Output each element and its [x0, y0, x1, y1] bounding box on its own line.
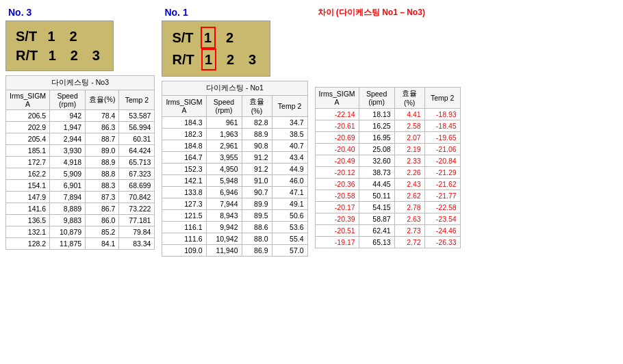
- table-cell: 205.4: [6, 133, 50, 145]
- table-cell: 133.8: [162, 187, 206, 198]
- section-diff-title: 차이 (다이케스팅 No1 – No3): [315, 7, 425, 18]
- table-cell: -20.17: [315, 202, 359, 213]
- table-cell: 38.5: [272, 129, 307, 140]
- table-cell: 65.13: [359, 237, 394, 248]
- table-cell: 2.07: [394, 132, 424, 144]
- col-no1-irms: Irms_SIGMA: [162, 96, 206, 117]
- table-cell: 53.6: [272, 222, 307, 233]
- table-cell: 91.2: [242, 152, 272, 164]
- table-cell: -20.84: [424, 155, 460, 167]
- table-cell: -22.58: [424, 202, 460, 213]
- section-no3: No. 3 S/T 1 2 R/T 1 2 3 다: [5, 7, 155, 250]
- table-cell: 44.45: [359, 179, 394, 190]
- col-no1-temp: Temp 2: [272, 96, 307, 117]
- table-no3: 다이케스팅 - No3 Irms_SIGMA Speed(rpm) 효율(%) …: [5, 75, 155, 250]
- badge-no1-row2: R/T 1 2 3: [172, 49, 259, 70]
- table-cell: 78.4: [86, 110, 119, 122]
- table-cell: 88.9: [86, 157, 119, 168]
- table-cell: 43.4: [272, 152, 307, 164]
- table-cell: 70.842: [119, 192, 155, 203]
- table-cell: 9,942: [206, 222, 242, 233]
- table-row: -22.1418.134.41-18.93: [315, 109, 460, 120]
- badge-no3-row2: R/T 1 2 3: [16, 46, 103, 65]
- table-cell: 142.1: [162, 175, 206, 187]
- table-cell: 162.2: [6, 168, 50, 180]
- table-cell: 60.31: [119, 133, 155, 145]
- table-row: 172.74,91888.965.713: [6, 157, 155, 168]
- table-cell: -21.77: [424, 190, 460, 202]
- badge-no3-st-label: S/T: [16, 27, 37, 46]
- table-cell: 2.73: [394, 225, 424, 237]
- table-cell: 90.8: [242, 140, 272, 152]
- badge-no3-st-1: 1: [44, 27, 59, 46]
- table-row: 133.86,94690.747.1: [162, 187, 307, 198]
- table-cell: 172.7: [6, 157, 50, 168]
- badge-no1-st-2: 2: [222, 28, 238, 47]
- table-cell: 6,901: [50, 180, 86, 192]
- table-row: 142.15,94891.046.0: [162, 175, 307, 187]
- table-cell: 34.7: [272, 117, 307, 129]
- table-row: 141.68,88986.773.222: [6, 203, 155, 215]
- table-cell: 55.4: [272, 233, 307, 245]
- table-cell: 9,883: [50, 215, 86, 226]
- table-cell: 88.8: [86, 168, 119, 180]
- table-cell: 111.6: [162, 233, 206, 245]
- table-cell: 50.6: [272, 210, 307, 222]
- table-row: 202.91,94786.356.994: [6, 122, 155, 133]
- table-cell: 2.78: [394, 202, 424, 213]
- table-cell: 86.9: [242, 245, 272, 257]
- table-cell: -20.39: [315, 213, 359, 225]
- badge-no3: S/T 1 2 R/T 1 2 3: [5, 21, 114, 71]
- table-cell: -24.46: [424, 225, 460, 237]
- table-cell: 942: [50, 110, 86, 122]
- table-cell: -20.69: [315, 132, 359, 144]
- table-cell: -20.49: [315, 155, 359, 167]
- table-row: 206.594278.453.587: [6, 110, 155, 122]
- table-cell: 2.19: [394, 144, 424, 155]
- badge-no1-rt-1: 1: [201, 49, 216, 70]
- table-row: -20.3958.872.63-23.54: [315, 213, 460, 225]
- table-cell: 147.9: [6, 192, 50, 203]
- table-cell: 68.699: [119, 180, 155, 192]
- table-cell: 87.3: [86, 192, 119, 203]
- table-row: 152.34,95091.244.9: [162, 164, 307, 175]
- table-cell: 2.26: [394, 167, 424, 179]
- table-cell: 10,942: [206, 233, 242, 245]
- table-cell: 88.9: [242, 129, 272, 140]
- table-row: -20.5162.412.73-24.46: [315, 225, 460, 237]
- table-cell: 25.08: [359, 144, 394, 155]
- table-cell: 16.25: [359, 120, 394, 132]
- table-cell: 86.3: [86, 122, 119, 133]
- table-row: 111.610,94288.055.4: [162, 233, 307, 245]
- table-cell: 2,944: [50, 133, 86, 145]
- table-cell: 32.60: [359, 155, 394, 167]
- table-cell: -20.36: [315, 179, 359, 190]
- badge-no3-row1: S/T 1 2: [16, 27, 103, 46]
- table-cell: 2,961: [206, 140, 242, 152]
- table-cell: 53.587: [119, 110, 155, 122]
- table-cell: 10,879: [50, 226, 86, 238]
- col-no3-speed: Speed(rpm): [50, 90, 86, 110]
- table-cell: -26.33: [424, 237, 460, 248]
- table-cell: 85.2: [86, 226, 119, 238]
- badge-no3-st-2: 2: [66, 27, 81, 46]
- col-diff-eff: 효율(%): [394, 88, 424, 109]
- table-cell: -21.06: [424, 144, 460, 155]
- table-cell: 11,940: [206, 245, 242, 257]
- table-cell: 89.5: [242, 210, 272, 222]
- col-no1-speed: Speed(rpm): [206, 96, 242, 117]
- table-cell: -21.62: [424, 179, 460, 190]
- table-cell: 57.0: [272, 245, 307, 257]
- table-cell: 64.424: [119, 145, 155, 157]
- table-cell: 82.8: [242, 117, 272, 129]
- table-cell: 184.8: [162, 140, 206, 152]
- col-diff-speed: Speed(ipm): [359, 88, 394, 109]
- table-cell: 62.41: [359, 225, 394, 237]
- table-cell: 3,955: [206, 152, 242, 164]
- table-no1-title: 다이케스팅 - No1: [162, 81, 307, 96]
- badge-no1-rt-label: R/T: [172, 50, 194, 69]
- table-cell: 2.33: [394, 155, 424, 167]
- col-no1-eff: 효율(%): [242, 96, 272, 117]
- table-row: 182.31,96388.938.5: [162, 129, 307, 140]
- badge-no1: S/T 1 2 R/T 1 2 3: [162, 21, 270, 77]
